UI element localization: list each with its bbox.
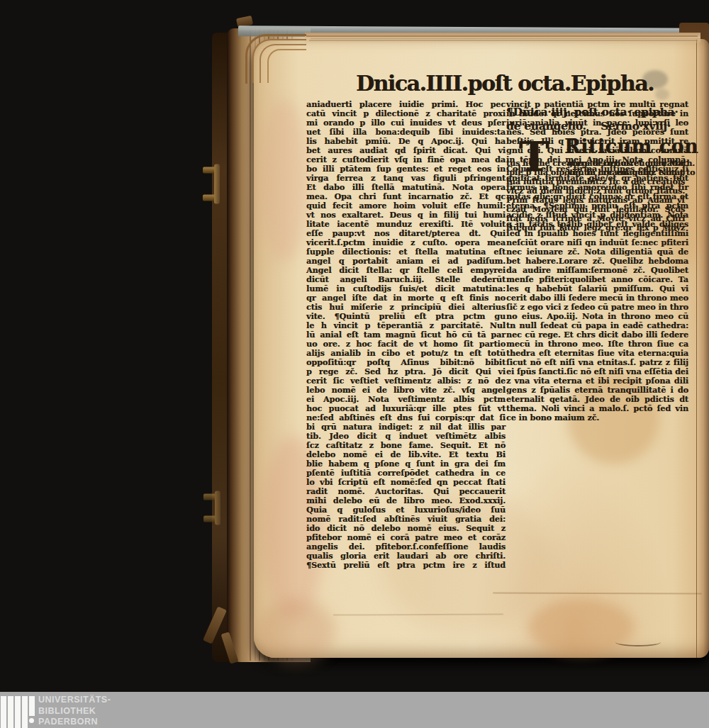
book-page: Dnica.IIII.poſt octa.Epipha. aniaduerti … (254, 39, 709, 658)
library-watermark-bar: UNIVERSITÄTS-BIBLIOTHEKPADERBORN (0, 692, 709, 728)
text-line: UNIVERSITÄTS- (38, 695, 111, 706)
page-fore-edge (696, 39, 709, 658)
text-line: BIBLIOTHEK (38, 706, 111, 717)
incipit-body-lines: tus hūane creature decurſus:et q creator… (506, 159, 685, 233)
sermon-incipit: T Riticum con gregate in horreū meū Math… (506, 135, 699, 159)
library-logo-dot (29, 718, 34, 723)
library-logo-icon (15, 696, 21, 728)
incipit-first-line: Riticum con (506, 135, 699, 159)
page-top-edge-line (309, 40, 698, 41)
text-line: ce in bono maium zč. (506, 413, 688, 422)
right-text-column: vincit p patientiā pctm ire multū regnat… (506, 100, 699, 159)
page-top-edge-line (306, 35, 698, 37)
page-corner-edge (267, 49, 306, 83)
paper-stain (257, 599, 335, 663)
text-line: de euangelio. Sermo·xviij· (506, 119, 699, 133)
text-line: PADERBORN (38, 717, 111, 728)
text-line: ſtū;qui fuit lator legz gre:qr lex p Moy… (506, 223, 685, 233)
paper-stain (528, 599, 635, 656)
library-logo-icon (1, 696, 6, 728)
text-line: ¶Dñica·iiij· poſt octa· epipha· (506, 105, 699, 119)
section-heading: ¶Dñica·iiij· poſt octa· epipha·de euange… (506, 105, 699, 133)
scan-stage: Dnica.IIII.poſt octa.Epipha. aniaduerti … (0, 0, 709, 728)
library-logo-icon (29, 696, 35, 716)
clasp-bar (214, 164, 220, 204)
library-name: UNIVERSITÄTS-BIBLIOTHEKPADERBORN (38, 695, 111, 728)
library-logo-icon (8, 696, 13, 728)
running-head: Dnica.IIII.poſt octa.Epipha. (306, 71, 703, 96)
page-top-edges (305, 33, 700, 44)
left-text-column: aniaduerti placere iuidie primi. Hoc pec… (306, 100, 506, 570)
text-line: ¶Sextū preliū eſt ptra pctm ire z iſtud (306, 561, 506, 570)
clasp-bar (215, 491, 220, 525)
page-curl-mark (615, 638, 661, 646)
paper-stain (259, 99, 308, 262)
library-logo-icon (22, 696, 28, 728)
